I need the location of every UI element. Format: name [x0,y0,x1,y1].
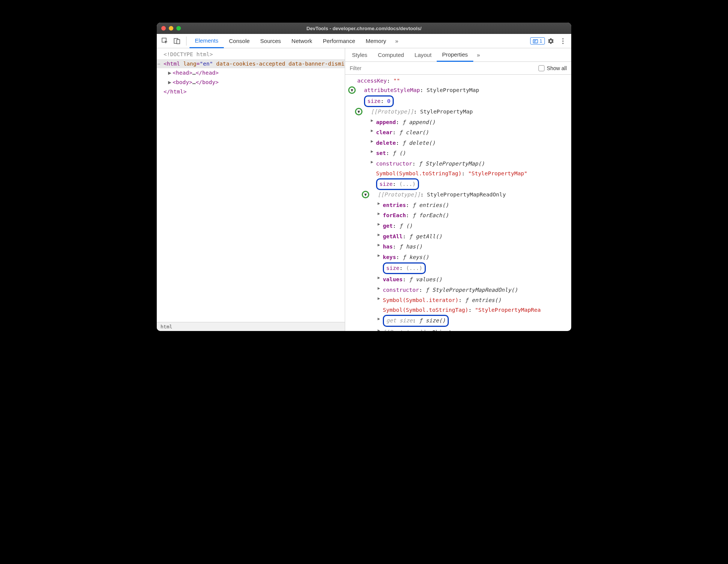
annotation-highlight: get size: ƒ size() [383,315,449,326]
prop-has[interactable]: has: ƒ has() [349,241,571,252]
show-all-label: Show all [547,65,567,71]
svg-point-6 [562,38,563,39]
dom-head-element[interactable]: ▶<head>…</head> [157,68,345,78]
prop-symbol-iterator[interactable]: Symbol(Symbol.iterator): ƒ entries() [349,295,571,305]
annotation-highlight: size: (...) [383,262,426,274]
more-subtabs-icon[interactable]: » [473,52,484,58]
dom-doctype[interactable]: <!DOCTYPE html> [157,50,345,59]
sidebar-tabs: Styles Computed Layout Properties » [345,48,571,62]
dom-html-element[interactable]: <html lang="en" data-cookies-accepted da… [157,59,345,69]
subtab-styles[interactable]: Styles [347,48,373,62]
prop-get-size-accessor[interactable]: get size: ƒ size() [349,315,571,326]
annotation-circle-icon [362,191,369,198]
prop-size[interactable]: size: 0 [349,95,571,107]
prop-constructor-2[interactable]: constructor: ƒ StylePropertyMapReadOnly(… [349,285,571,295]
prop-attributestylemap[interactable]: attributeStyleMap: StylePropertyMap [349,86,571,95]
dom-html-close: </html> [157,87,345,97]
prop-getall[interactable]: getAll: ƒ getAll() [349,231,571,242]
annotation-circle-icon [348,86,356,94]
prop-clear[interactable]: clear: ƒ clear() [349,127,571,138]
issues-badge[interactable]: 1 [530,37,545,44]
dom-breadcrumb[interactable]: html [157,322,345,331]
issues-count: 1 [540,38,542,44]
expand-icon[interactable]: ▶ [168,68,173,78]
main-toolbar: Elements Console Sources Network Perform… [157,34,571,48]
prop-prototype-3[interactable]: [[Prototype]]: Object [349,327,571,331]
tab-console[interactable]: Console [224,34,255,48]
expand-icon[interactable]: ▶ [168,78,173,87]
prop-size-getter-1[interactable]: size: (...) [349,178,571,190]
tab-elements[interactable]: Elements [190,34,224,48]
prop-set[interactable]: set: ƒ () [349,148,571,158]
content: <!DOCTYPE html> <html lang="en" data-coo… [157,48,571,331]
svg-rect-3 [533,40,538,43]
prop-keys[interactable]: keys: ƒ keys() [349,252,571,262]
toolbar-separator [186,37,187,46]
filter-input[interactable] [350,65,534,71]
sidebar-panel: Styles Computed Layout Properties » Show… [345,48,571,331]
prop-symbol-tostringtag-2[interactable]: Symbol(Symbol.toStringTag): "StyleProper… [349,305,571,315]
annotation-highlight: size: (...) [376,178,419,190]
dom-tree-panel: <!DOCTYPE html> <html lang="en" data-coo… [157,48,345,331]
inspect-element-icon[interactable] [159,35,171,47]
subtab-layout[interactable]: Layout [409,48,437,62]
prop-constructor-1[interactable]: constructor: ƒ StylePropertyMap() [349,158,571,169]
prop-size-getter-2[interactable]: size: (...) [349,262,571,274]
settings-icon[interactable] [545,38,557,44]
subtab-properties[interactable]: Properties [437,48,473,62]
device-toolbar-icon[interactable] [171,35,183,47]
tab-performance[interactable]: Performance [318,34,361,48]
subtab-computed[interactable]: Computed [373,48,409,62]
svg-rect-2 [177,40,180,44]
filter-bar: Show all [345,62,571,75]
issues-icon [533,38,538,44]
kebab-menu-icon[interactable] [557,38,569,44]
svg-point-7 [562,40,563,41]
titlebar: DevTools - developer.chrome.com/docs/dev… [157,23,571,34]
prop-delete[interactable]: delete: ƒ delete() [349,138,571,148]
annotation-highlight: size: 0 [364,95,394,107]
properties-tree: accessKey: "" attributeStyleMap: StylePr… [345,75,571,331]
prop-values[interactable]: values: ƒ values() [349,274,571,285]
prop-foreach[interactable]: forEach: ƒ forEach() [349,210,571,221]
tab-sources[interactable]: Sources [255,34,286,48]
more-tabs-icon[interactable]: » [392,38,402,44]
prop-get[interactable]: get: ƒ () [349,221,571,231]
prop-prototype-2[interactable]: [[Prototype]]: StylePropertyMapReadOnly [349,190,571,199]
prop-accesskey[interactable]: accessKey: "" [349,76,571,86]
devtools-window: DevTools - developer.chrome.com/docs/dev… [157,23,571,331]
annotation-circle-icon [355,108,362,115]
window-title: DevTools - developer.chrome.com/docs/dev… [157,26,571,31]
dom-body-element[interactable]: ▶<body>…</body> [157,78,345,87]
prop-prototype-1[interactable]: [[Prototype]]: StylePropertyMap [349,107,571,116]
prop-append[interactable]: append: ƒ append() [349,117,571,127]
tab-memory[interactable]: Memory [361,34,392,48]
show-all-toggle[interactable]: Show all [538,65,567,71]
show-all-checkbox[interactable] [538,65,544,71]
prop-symbol-tostringtag-1[interactable]: Symbol(Symbol.toStringTag): "StyleProper… [349,169,571,178]
tab-network[interactable]: Network [286,34,318,48]
svg-point-8 [562,43,563,44]
prop-entries[interactable]: entries: ƒ entries() [349,200,571,210]
